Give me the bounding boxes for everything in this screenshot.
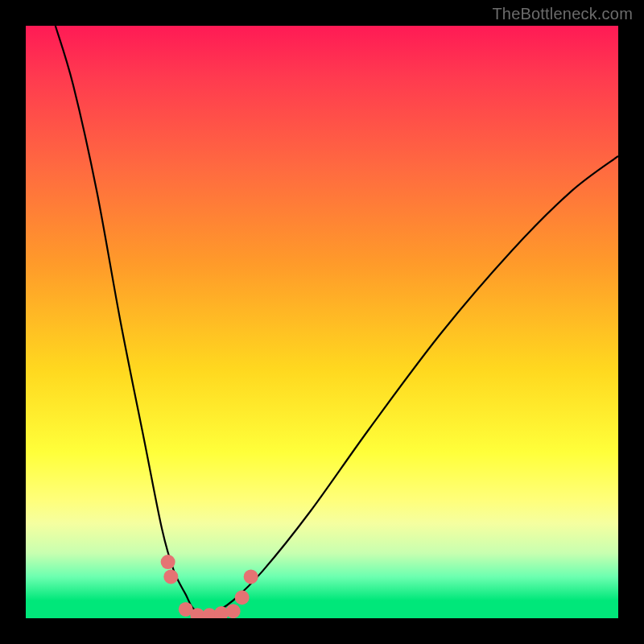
- data-point: [235, 590, 250, 605]
- chart-frame: TheBottleneck.com: [0, 0, 644, 644]
- bottleneck-curve-left: [56, 26, 204, 618]
- data-point: [161, 555, 175, 569]
- watermark-text: TheBottleneck.com: [492, 5, 633, 23]
- data-point: [226, 604, 241, 618]
- bottleneck-curve-right: [204, 156, 618, 618]
- data-point: [163, 569, 178, 584]
- curve-overlay: [26, 26, 618, 618]
- data-point-markers: [161, 555, 258, 618]
- data-point: [244, 569, 258, 584]
